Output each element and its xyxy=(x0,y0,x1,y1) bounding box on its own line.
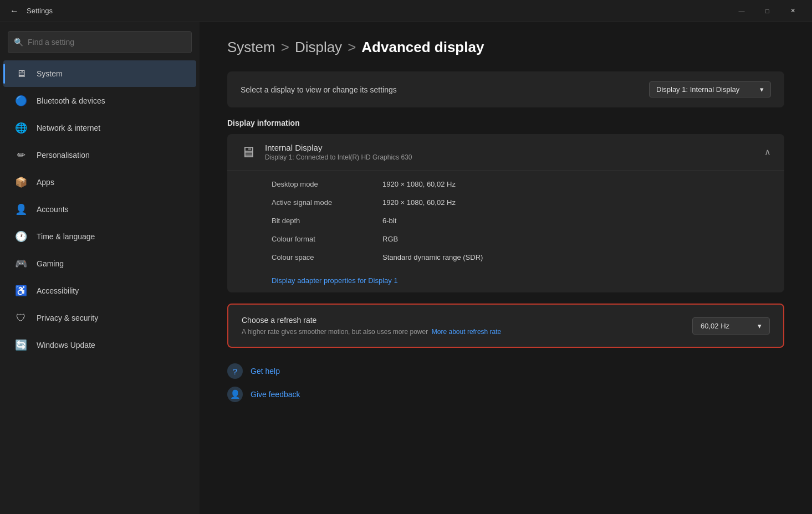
refresh-desc: A higher rate gives smoother motion, but… xyxy=(242,328,692,336)
nav-icon-system: 🖥 xyxy=(13,66,29,81)
nav-icon-time: 🕐 xyxy=(13,229,29,244)
nav-label-gaming: Gaming xyxy=(37,259,64,268)
sidebar-item-apps[interactable]: 📦 Apps xyxy=(3,169,196,196)
info-value: Standard dynamic range (SDR) xyxy=(382,253,483,261)
back-button[interactable]: ← xyxy=(7,3,22,19)
nav-label-system: System xyxy=(37,69,63,78)
get-help-label: Get help xyxy=(251,367,280,376)
sidebar-item-gaming[interactable]: 🎮 Gaming xyxy=(3,250,196,277)
search-icon: 🔍 xyxy=(14,38,23,47)
nav-label-privacy: Privacy & security xyxy=(37,313,98,322)
nav-icon-privacy: 🛡 xyxy=(13,310,29,326)
get-help-icon: ? xyxy=(227,363,243,379)
info-row: Bit depth 6-bit xyxy=(227,212,784,230)
info-label: Active signal mode xyxy=(272,198,382,207)
refresh-desc-text: A higher rate gives smoother motion, but… xyxy=(242,328,428,336)
info-value: 1920 × 1080, 60,02 Hz xyxy=(382,198,456,207)
nav-label-time: Time & language xyxy=(37,232,95,241)
nav-icon-update: 🔄 xyxy=(13,337,29,353)
nav-label-update: Windows Update xyxy=(37,341,95,349)
monitor-icon: 🖥 xyxy=(241,143,256,161)
nav-icon-accounts: 👤 xyxy=(13,202,29,217)
main-layout: 🔍 🖥 System 🔵 Bluetooth & devices 🌐 Netwo… xyxy=(0,22,812,514)
maximize-button[interactable]: □ xyxy=(754,0,780,22)
chevron-down-icon: ▾ xyxy=(758,322,762,330)
search-container: 🔍 xyxy=(0,22,200,60)
sidebar-nav: 🖥 System 🔵 Bluetooth & devices 🌐 Network… xyxy=(0,60,200,359)
help-links: ? Get help 👤 Give feedback xyxy=(227,363,784,402)
breadcrumb-display[interactable]: Display xyxy=(295,39,342,56)
sidebar-item-time[interactable]: 🕐 Time & language xyxy=(3,223,196,250)
breadcrumb: System > Display > Advanced display xyxy=(227,39,784,56)
refresh-card-left: Choose a refresh rate A higher rate give… xyxy=(242,316,692,336)
adapter-link[interactable]: Display adapter properties for Display 1 xyxy=(227,271,784,292)
breadcrumb-sep1: > xyxy=(281,39,289,56)
nav-icon-personalisation: ✏ xyxy=(13,147,29,163)
search-box[interactable]: 🔍 xyxy=(8,31,192,53)
breadcrumb-system[interactable]: System xyxy=(227,39,275,56)
sidebar-item-personalisation[interactable]: ✏ Personalisation xyxy=(3,142,196,168)
refresh-rate-dropdown[interactable]: 60,02 Hz ▾ xyxy=(692,317,770,335)
info-row: Colour format RGB xyxy=(227,230,784,248)
titlebar-title: Settings xyxy=(27,7,729,15)
nav-label-bluetooth: Bluetooth & devices xyxy=(37,96,105,105)
sidebar-item-accessibility[interactable]: ♿ Accessibility xyxy=(3,277,196,304)
help-link-get-help[interactable]: ? Get help xyxy=(227,363,784,379)
titlebar: ← Settings — □ ✕ xyxy=(0,0,812,22)
give-feedback-icon: 👤 xyxy=(227,387,243,402)
display-header: 🖥 Internal Display Display 1: Connected … xyxy=(227,134,784,171)
section-title: Display information xyxy=(227,119,784,127)
display-dropdown[interactable]: Display 1: Internal Display ▾ xyxy=(649,81,771,97)
display-info-text: Internal Display Display 1: Connected to… xyxy=(265,143,412,161)
sidebar-item-system[interactable]: 🖥 System xyxy=(3,60,196,87)
info-label: Colour format xyxy=(272,235,382,243)
info-row: Desktop mode 1920 × 1080, 60,02 Hz xyxy=(227,175,784,193)
minimize-button[interactable]: — xyxy=(729,0,754,22)
nav-label-network: Network & internet xyxy=(37,124,100,132)
nav-icon-apps: 📦 xyxy=(13,174,29,190)
display-name: Internal Display xyxy=(265,143,412,152)
nav-label-accessibility: Accessibility xyxy=(37,286,79,295)
info-label: Bit depth xyxy=(272,217,382,225)
nav-icon-bluetooth: 🔵 xyxy=(13,93,29,109)
sidebar-item-privacy[interactable]: 🛡 Privacy & security xyxy=(3,305,196,331)
sidebar-item-update[interactable]: 🔄 Windows Update xyxy=(3,332,196,358)
breadcrumb-sep2: > xyxy=(348,39,356,56)
refresh-more-link[interactable]: More about refresh rate xyxy=(432,328,501,336)
breadcrumb-current: Advanced display xyxy=(361,39,484,56)
display-dropdown-value: Display 1: Internal Display xyxy=(656,85,739,94)
info-value: 1920 × 1080, 60,02 Hz xyxy=(382,180,456,188)
display-info-card: 🖥 Internal Display Display 1: Connected … xyxy=(227,134,784,292)
search-input[interactable] xyxy=(28,38,186,47)
nav-icon-accessibility: ♿ xyxy=(13,283,29,299)
sidebar-item-network[interactable]: 🌐 Network & internet xyxy=(3,115,196,141)
refresh-rate-card: Choose a refresh rate A higher rate give… xyxy=(227,304,784,348)
nav-label-personalisation: Personalisation xyxy=(37,151,90,160)
close-button[interactable]: ✕ xyxy=(780,0,805,22)
content-area: System > Display > Advanced display Sele… xyxy=(200,22,812,514)
nav-icon-network: 🌐 xyxy=(13,120,29,136)
info-value: 6-bit xyxy=(382,217,396,225)
sidebar-item-bluetooth[interactable]: 🔵 Bluetooth & devices xyxy=(3,88,196,114)
collapse-icon[interactable]: ∧ xyxy=(764,147,771,157)
info-value: RGB xyxy=(382,235,398,243)
sidebar: 🔍 🖥 System 🔵 Bluetooth & devices 🌐 Netwo… xyxy=(0,22,200,514)
display-header-left: 🖥 Internal Display Display 1: Connected … xyxy=(241,143,412,161)
info-row: Active signal mode 1920 × 1080, 60,02 Hz xyxy=(227,193,784,212)
refresh-title: Choose a refresh rate xyxy=(242,316,692,325)
nav-icon-gaming: 🎮 xyxy=(13,256,29,271)
display-sub: Display 1: Connected to Intel(R) HD Grap… xyxy=(265,153,412,161)
info-rows: Desktop mode 1920 × 1080, 60,02 Hz Activ… xyxy=(227,171,784,271)
nav-label-apps: Apps xyxy=(37,178,54,187)
info-row: Colour space Standard dynamic range (SDR… xyxy=(227,248,784,266)
help-link-give-feedback[interactable]: 👤 Give feedback xyxy=(227,387,784,402)
give-feedback-label: Give feedback xyxy=(251,390,300,399)
refresh-rate-value: 60,02 Hz xyxy=(701,322,729,330)
nav-label-accounts: Accounts xyxy=(37,205,69,214)
info-label: Colour space xyxy=(272,253,382,261)
chevron-down-icon: ▾ xyxy=(760,85,764,94)
sidebar-item-accounts[interactable]: 👤 Accounts xyxy=(3,196,196,223)
display-selector-card: Select a display to view or change its s… xyxy=(227,71,784,107)
window-controls: — □ ✕ xyxy=(729,0,805,22)
info-label: Desktop mode xyxy=(272,180,382,188)
